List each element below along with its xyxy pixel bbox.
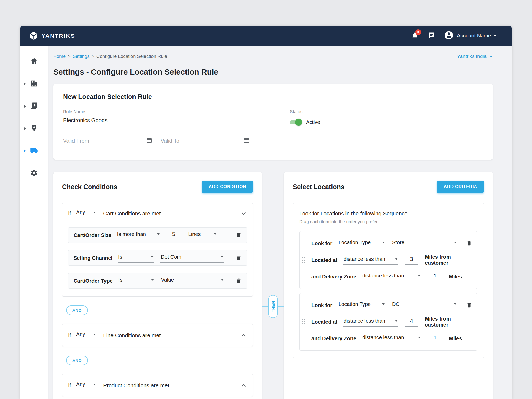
caret-down-icon (221, 256, 223, 258)
distance-operator-dropdown[interactable]: distance less than (343, 317, 398, 327)
sidebar-item-locations[interactable] (20, 117, 48, 140)
status-toggle[interactable] (290, 120, 301, 124)
caret-down-icon (395, 320, 398, 322)
valid-from-field[interactable] (63, 137, 152, 147)
breadcrumb-settings-link[interactable]: Settings (73, 54, 90, 59)
sequence-hint: Drag each item into the order you prefer (299, 219, 477, 224)
breadcrumb-separator: > (68, 54, 71, 59)
operator-value: Is (118, 254, 122, 260)
condition-value-field[interactable]: 5 (166, 231, 182, 240)
valid-to-input[interactable] (161, 138, 243, 144)
drag-handle-icon[interactable] (302, 257, 305, 263)
location-type-value: DC (392, 301, 400, 307)
then-pill: THEN (268, 295, 278, 318)
location-type-value-dropdown[interactable]: Store (391, 239, 457, 248)
location-type-label: Location Type (338, 240, 371, 245)
breadcrumb-separator: > (92, 54, 95, 59)
condition-row: Selling Channel Is Dot Com (68, 250, 247, 266)
connector-line (77, 365, 77, 374)
distance-value-field[interactable]: 4 (405, 317, 418, 327)
company-building-icon (30, 79, 38, 88)
check-conditions-title: Check Conditions (62, 183, 117, 191)
notifications-button[interactable]: 3 (411, 32, 418, 40)
breadcrumb-home-link[interactable]: Home (53, 54, 66, 59)
value-dropdown[interactable]: Dot Com (160, 254, 224, 263)
location-type-dropdown[interactable]: Location Type (338, 239, 385, 248)
zone-operator-value: distance less than (362, 273, 404, 279)
condition-group-title: Line Conditions are met (103, 332, 161, 338)
location-type-dropdown[interactable]: Location Type (338, 301, 385, 310)
look-for-label: Look for (311, 241, 332, 247)
location-type-value-dropdown[interactable]: DC (391, 301, 457, 310)
distance-operator-dropdown[interactable]: distance less than (343, 256, 398, 265)
delete-condition-icon[interactable] (236, 255, 242, 261)
sidebar-item-company[interactable] (20, 73, 48, 95)
zone-operator-dropdown[interactable]: distance less than (362, 334, 421, 343)
calendar-icon[interactable] (146, 137, 152, 144)
operator-dropdown[interactable]: Is (118, 254, 154, 263)
expand-chevron-icon[interactable] (24, 105, 26, 108)
sidebar-item-fulfillment[interactable] (20, 140, 48, 162)
org-selector[interactable]: Yantriks India (457, 54, 493, 59)
calendar-icon[interactable] (243, 137, 250, 144)
connector-line (77, 347, 77, 356)
collapse-chevron-icon[interactable] (240, 210, 247, 217)
distance-unit-label: Miles from customer (425, 254, 472, 266)
messages-button[interactable] (428, 32, 435, 40)
breadcrumb: Home > Settings > Configure Location Sel… (53, 54, 167, 59)
match-type-dropdown[interactable]: Any (76, 331, 96, 340)
drag-handle-icon[interactable] (302, 319, 305, 324)
zone-unit-label: Miles (449, 274, 462, 280)
match-type-dropdown[interactable]: Any (76, 381, 96, 390)
condition-group-title: Cart Conditions are met (103, 210, 161, 217)
add-criteria-button[interactable]: ADD CRITERIA (437, 181, 484, 193)
page-title: Settings - Configure Location Selection … (53, 68, 493, 76)
operator-value: Is (118, 277, 123, 283)
caret-down-icon (214, 233, 216, 235)
delete-location-icon[interactable] (466, 241, 472, 246)
valid-from-input[interactable] (63, 138, 146, 144)
operator-dropdown[interactable]: Is (118, 276, 154, 285)
unit-dropdown[interactable]: Lines (188, 231, 217, 240)
and-connector: AND (62, 297, 92, 324)
value-text: Value (161, 277, 174, 283)
and-pill: AND (66, 356, 88, 365)
caret-down-icon (157, 233, 160, 235)
notification-badge: 3 (415, 29, 421, 35)
delete-condition-icon[interactable] (236, 232, 242, 238)
caret-down-icon (151, 279, 154, 281)
add-condition-button[interactable]: ADD CONDITION (202, 181, 253, 193)
caret-down-icon (418, 275, 421, 276)
expand-chevron-icon[interactable] (24, 149, 26, 152)
caret-down-icon (93, 334, 96, 335)
then-connector: THEN (262, 172, 284, 399)
condition-row: Cart/Order Size Is more than 5 Lines (68, 227, 247, 243)
delete-location-icon[interactable] (466, 302, 472, 308)
connector-line (77, 297, 77, 305)
rule-name-input[interactable] (63, 115, 250, 127)
zone-operator-dropdown[interactable]: distance less than (362, 272, 421, 281)
caret-down-icon (93, 384, 96, 385)
rule-name-label: Rule Name (63, 109, 250, 115)
sidebar-item-settings[interactable] (20, 162, 48, 184)
value-dropdown[interactable]: Value (161, 276, 224, 285)
zone-value-field[interactable]: 1 (428, 334, 442, 343)
expand-chevron-icon[interactable] (24, 82, 26, 85)
expand-chevron-icon[interactable] (240, 382, 247, 389)
match-type-dropdown[interactable]: Any (76, 209, 96, 218)
expand-chevron-icon[interactable] (24, 127, 26, 130)
zone-value-field[interactable]: 1 (428, 272, 442, 281)
account-menu[interactable]: Account Name (444, 30, 497, 41)
sidebar-item-media[interactable] (20, 95, 48, 117)
delete-condition-icon[interactable] (236, 278, 242, 284)
valid-to-field[interactable] (161, 137, 250, 147)
distance-value-field[interactable]: 3 (405, 256, 418, 265)
expand-chevron-icon[interactable] (240, 332, 247, 339)
distance-unit-label: Miles from customer (425, 316, 472, 328)
sidebar-item-home[interactable] (20, 50, 48, 73)
if-label: If (68, 332, 71, 338)
operator-dropdown[interactable]: Is more than (117, 231, 160, 240)
chat-icon (428, 32, 435, 40)
avatar-icon (444, 30, 454, 41)
unit-value: Lines (188, 231, 201, 237)
